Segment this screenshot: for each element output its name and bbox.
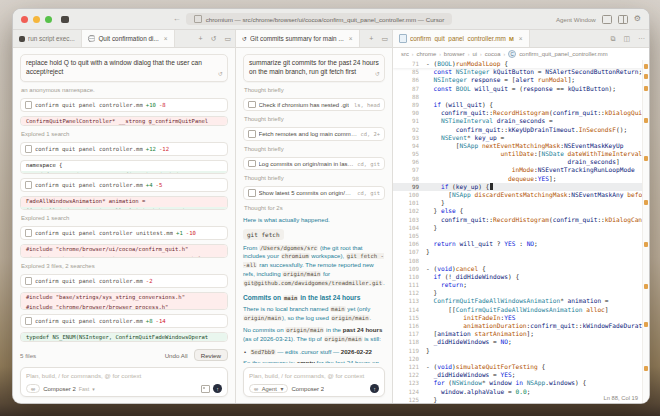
thought-label[interactable]: Thought briefly — [243, 86, 385, 94]
code-line[interactable]: 87 const BOOL will_quit = (response == k… — [393, 85, 649, 93]
file-diff-chip[interactable]: confirm_quit_panel_controller_unittest.m… — [20, 226, 228, 240]
code-line[interactable]: 101 } — [393, 199, 649, 207]
file-diff-chip[interactable]: confirm_quit_panel_controller.mm-2 — [20, 274, 228, 288]
code-line[interactable]: 85 const NSInteger kQuitButton = NSAlert… — [393, 68, 649, 76]
code-line[interactable]: 92 confirm_quit::kKeyUpDrainTimeout.InSe… — [393, 126, 649, 134]
code-diff-preview[interactable]: #include "chrome/browser/ui/cocoa/confir… — [20, 244, 228, 258]
code-line[interactable]: 120 — [393, 355, 649, 363]
undo-all-button[interactable]: Undo All — [165, 352, 188, 359]
scrollbar[interactable] — [642, 60, 649, 403]
code-diff-preview[interactable]: typedef NS_ENUM(NSInteger, ConfirmQuitFa… — [20, 332, 228, 342]
more-actions-icon[interactable]: ⋯ — [634, 30, 649, 47]
model-selector[interactable]: Composer 2 — [291, 386, 324, 392]
code-line[interactable]: 103 confirm_quit::RecordHistogram(confir… — [393, 216, 649, 224]
code-line[interactable]: 123 for (NSWindow* window in NSApp.windo… — [393, 379, 649, 387]
thought-label[interactable]: Thought briefly — [243, 115, 385, 123]
zoom-window-button[interactable] — [45, 16, 52, 23]
code-line[interactable]: 107} — [393, 248, 649, 256]
send-button[interactable]: ↑ — [213, 384, 222, 393]
agent-selector[interactable]: ∞ Agent ▾ — [249, 384, 288, 393]
code-diff-preview[interactable]: FadeAllWindowsAnimation* animation =[[Fa… — [20, 196, 228, 210]
restore-checkpoint-icon[interactable]: ↺ — [375, 70, 380, 78]
minimize-window-button[interactable] — [33, 16, 40, 23]
code-line[interactable]: 97 inMode:NSEventTrackingRunLoopMode — [393, 166, 649, 174]
code-line[interactable]: 108 — [393, 257, 649, 265]
code-line[interactable]: 102 } else { — [393, 207, 649, 215]
code-line[interactable]: 110 if (!_didHideWindows) { — [393, 273, 649, 281]
tab-run-script[interactable]: run script exec... — [13, 30, 82, 47]
code-line[interactable]: 104 } — [393, 224, 649, 232]
thought-label[interactable]: Thought briefly — [243, 174, 385, 182]
thought-label[interactable]: Thought briefly — [243, 145, 385, 153]
send-button[interactable]: ↑ — [370, 384, 379, 393]
tab-git-commits-summary[interactable]: ↺ Git commits summary for main ... × — [236, 30, 360, 47]
code-area[interactable]: 71- (BOOL)runModalLoop { 85 const NSInte… — [393, 60, 649, 403]
review-button[interactable]: Review — [194, 349, 228, 361]
files-count-label[interactable]: 5 files — [20, 352, 36, 359]
close-tab-icon[interactable]: × — [164, 35, 168, 42]
breadcrumb-item[interactable]: browser — [444, 51, 465, 57]
new-chat-button[interactable]: + — [365, 30, 377, 47]
back-icon[interactable]: ← — [173, 15, 181, 23]
close-window-button[interactable] — [21, 16, 28, 23]
breadcrumb-item[interactable]: cocoa — [485, 51, 501, 57]
window-title-pill[interactable]: chromium — src/chrome/browser/ui/cocoa/c… — [186, 13, 453, 25]
code-line[interactable]: 114 [[ConfirmQuitFadeAllWindowsAnimation… — [393, 306, 649, 314]
code-line[interactable]: 121- (void)simulateQuitForTesting { — [393, 363, 649, 371]
file-diff-chip[interactable]: confirm_quit_panel_controller.mm+8-14 — [20, 314, 228, 328]
tab-confirm-quit-panel-controller[interactable]: confirm_quit_panel_controller.mm M × — [393, 30, 530, 47]
code-line[interactable]: 111 return; — [393, 281, 649, 289]
new-window-icon[interactable] — [602, 15, 612, 24]
code-diff-preview[interactable]: ConfirmQuitPanelController* __strong g_c… — [20, 116, 228, 126]
layout-icon[interactable] — [618, 15, 628, 24]
code-line[interactable]: 122 _didHideWindows = YES; — [393, 371, 649, 379]
code-line[interactable]: 119} — [393, 347, 649, 355]
code-line[interactable]: 118 _didHideWindows = NO; — [393, 338, 649, 346]
tool-call-chip[interactable]: Check if chromium has nested .gitls, hea… — [243, 98, 385, 112]
breadcrumb-item[interactable]: src — [401, 51, 409, 57]
restore-checkpoint-icon[interactable]: ↺ — [218, 70, 223, 78]
panel-toggle-icon[interactable]: ▭ — [220, 30, 235, 47]
code-line[interactable]: 88 — [393, 93, 649, 101]
code-line[interactable]: 93 NSEvent* key_up = — [393, 134, 649, 142]
code-diff-preview[interactable]: namespace {typedef NS_ENUM(NSInteger, Co… — [20, 160, 228, 174]
middle-chat-scroll[interactable]: summarize git commits for the past 24 ho… — [236, 48, 392, 363]
code-line[interactable]: 89 if (will_quit) { — [393, 101, 649, 109]
middle-chat-input[interactable]: Plan, build, / for commands, @ for conte… — [249, 372, 379, 379]
code-line[interactable]: 105 — [393, 232, 649, 240]
attach-image-icon[interactable] — [201, 385, 210, 393]
code-line[interactable]: 117 [animation startAnimation]; — [393, 330, 649, 338]
code-line[interactable]: 86 NSInteger response = [alert runModal]… — [393, 76, 649, 84]
code-line[interactable]: 98 dequeue:YES]; — [393, 175, 649, 183]
breadcrumb-item[interactable]: chrome — [417, 51, 437, 57]
split-editor-icon[interactable]: ◫ — [619, 30, 634, 47]
file-diff-chip[interactable]: confirm_quit_panel_controller.mm+12-12 — [20, 142, 228, 156]
left-chat-scroll[interactable]: replace hold Q to quit with a window dia… — [13, 48, 235, 363]
code-line[interactable]: 106 return will_quit ? YES : NO; — [393, 240, 649, 248]
breadcrumb-item[interactable]: ui — [472, 51, 477, 57]
open-changes-icon[interactable]: ⧉ — [606, 30, 619, 47]
code-line[interactable]: 71- (BOOL)runModalLoop { — [393, 60, 649, 68]
agent-mode-icon[interactable]: ∞ — [26, 384, 40, 393]
code-line[interactable]: 95 untilDate:[NSDate dateWithTimeInterva… — [393, 150, 649, 158]
panel-toggle-icon[interactable]: ▭ — [377, 30, 392, 47]
code-diff-preview[interactable]: #include "base/strings/sys_string_conver… — [20, 292, 228, 310]
left-chat-input[interactable]: Plan, build, / for commands, @ for conte… — [26, 372, 222, 379]
code-line[interactable]: 100 [NSApp discardEventsMatchingMask:NSE… — [393, 191, 649, 199]
tool-call-chip[interactable]: Show latest 5 commits on origin/main for… — [243, 186, 385, 200]
close-tab-icon[interactable]: × — [349, 35, 353, 42]
code-line[interactable]: 90 confirm_quit::RecordHistogram(confirm… — [393, 109, 649, 117]
code-line[interactable]: 112 } — [393, 289, 649, 297]
code-line[interactable]: 116 animationDuration:confirm_quit::kWin… — [393, 322, 649, 330]
tool-call-chip[interactable]: Fetch remotes and log main commits last … — [243, 127, 385, 141]
thought-label[interactable]: Thought for 2s — [243, 204, 385, 212]
code-line[interactable]: 115 initFadeIn:YES — [393, 314, 649, 322]
tab-quit-confirmation[interactable]: 💬 Quit confirmation di... × — [82, 30, 175, 47]
gear-icon[interactable]: ⚙ — [634, 15, 641, 23]
cursor-position-status[interactable]: Ln 88, Col 19 — [601, 395, 641, 401]
code-line[interactable]: 91 NSTimeInterval drain_seconds = — [393, 117, 649, 125]
pin-icon[interactable] — [61, 16, 69, 23]
code-line[interactable]: 96 drain_seconds] — [393, 158, 649, 166]
file-diff-chip[interactable]: confirm_quit_panel_controller.mm+10-8 — [20, 98, 228, 112]
close-tab-icon[interactable]: × — [519, 35, 523, 42]
